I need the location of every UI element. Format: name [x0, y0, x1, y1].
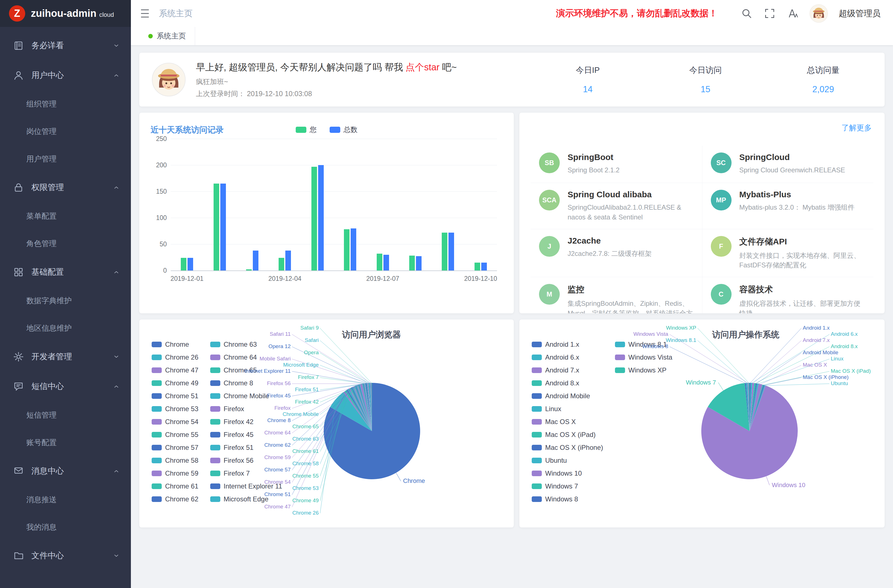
x-tick-label: 2019-12-01 — [162, 275, 212, 283]
sidebar-item[interactable]: 开发者管理 — [0, 342, 131, 371]
legend-item[interactable]: Chrome 55 — [152, 428, 198, 441]
chevron-icon — [113, 183, 120, 191]
legend-item[interactable]: 总数 — [329, 125, 358, 134]
sidebar-item[interactable]: 消息推送 — [0, 486, 131, 513]
legend-item[interactable]: Chrome 65 — [210, 364, 282, 377]
legend-item[interactable]: Windows 10 — [532, 467, 603, 480]
feature-item[interactable]: J J2cache J2cache2.7.8: 二级缓存框架 — [531, 229, 702, 277]
legend-item[interactable]: Chrome 8 — [210, 377, 282, 389]
legend-item[interactable]: Firefox 7 — [210, 467, 282, 480]
feature-item[interactable]: SC SpringCloud Spring Cloud Greenwich.RE… — [702, 146, 873, 183]
username[interactable]: 超级管理员 — [839, 8, 881, 20]
legend-item[interactable]: Chrome 58 — [152, 454, 198, 467]
sidebar-item[interactable]: 消息中心 — [0, 456, 131, 486]
legend-item[interactable]: Android 1.x — [532, 338, 603, 351]
app-logo[interactable]: Z zuihou-admincloud — [0, 0, 131, 27]
feature-item[interactable]: C 容器技术 虚拟化容器技术，让迁移、部署更加方便快捷 — [702, 277, 873, 313]
legend-item[interactable]: Chrome 26 — [152, 351, 198, 364]
svg-text:Safari 11: Safari 11 — [270, 331, 291, 337]
feature-desc: SpringCloudAlibaba2.1.0.RELEASE & nacos … — [568, 203, 694, 222]
feature-title: J2cache — [568, 236, 652, 245]
legend-item[interactable]: Android 8.x — [532, 377, 603, 389]
sidebar-item[interactable]: 数据字典维护 — [0, 287, 131, 314]
legend-item[interactable]: Android 7.x — [532, 364, 603, 377]
legend-item[interactable]: Mac OS X (iPhone) — [532, 441, 603, 454]
fullscreen-icon[interactable] — [764, 7, 776, 20]
menu-label: 开发者管理 — [32, 351, 113, 362]
legend-item[interactable]: Internet Explorer 11 — [210, 480, 282, 493]
legend-item[interactable]: Windows 8.1 — [615, 338, 672, 351]
legend-item[interactable]: Mac OS X — [532, 415, 603, 428]
tab-home[interactable]: 系统主页 — [139, 27, 195, 45]
legend-item[interactable]: Android Mobile — [532, 389, 603, 403]
legend-item[interactable]: Ubuntu — [532, 454, 603, 467]
star-link[interactable]: 点个star — [406, 62, 439, 72]
legend-item[interactable]: Chrome 51 — [152, 389, 198, 403]
breadcrumb-item[interactable]: 系统主页 — [159, 9, 192, 18]
legend-item[interactable]: Chrome 59 — [152, 467, 198, 480]
stat-label: 今日访问 — [687, 65, 724, 76]
legend-item[interactable]: Chrome 63 — [210, 338, 282, 351]
sidebar-item[interactable]: 菜单配置 — [0, 202, 131, 230]
sidebar-item[interactable]: 短信中心 — [0, 371, 131, 402]
font-size-icon[interactable] — [786, 7, 799, 20]
feature-title: SpringCloud — [740, 152, 845, 162]
sidebar-item[interactable]: 用户管理 — [0, 145, 131, 173]
feature-item[interactable]: M 监控 集成SpringBootAdmin、Zipkin、Redis、Mysq… — [531, 277, 702, 313]
sidebar-item[interactable]: 权限管理 — [0, 173, 131, 202]
legend-item[interactable]: Windows XP — [615, 364, 672, 377]
legend-item[interactable]: Firefox — [210, 403, 282, 415]
legend-item[interactable]: Firefox 45 — [210, 428, 282, 441]
legend-item[interactable]: Chrome 53 — [152, 403, 198, 415]
legend-item[interactable]: Chrome 61 — [152, 480, 198, 493]
feature-item[interactable]: MP Mybatis-Plus Mybatis-plus 3.2.0： Myba… — [702, 183, 873, 229]
greeting-suffix: 吧~ — [439, 62, 457, 72]
feature-item[interactable]: SCA Spring Cloud alibaba SpringCloudAlib… — [531, 183, 702, 229]
legend-item[interactable]: Chrome 49 — [152, 377, 198, 389]
y-tick-label: 50 — [149, 241, 167, 248]
sidebar-item[interactable]: 我的消息 — [0, 513, 131, 541]
legend-item[interactable]: Windows Vista — [615, 351, 672, 364]
collapse-sidebar-icon[interactable] — [139, 7, 151, 20]
svg-text:Chrome 61: Chrome 61 — [292, 448, 319, 454]
visits-bar-plot: 0501001502002502019-12-012019-12-042019-… — [149, 136, 504, 293]
legend-item[interactable]: Chrome 62 — [152, 493, 198, 505]
legend-item[interactable]: Microsoft Edge — [210, 493, 282, 505]
sidebar-item[interactable]: 地区信息维护 — [0, 314, 131, 342]
legend-item[interactable]: Windows 8 — [532, 493, 603, 505]
sidebar-item[interactable]: 用户中心 — [0, 60, 131, 90]
sidebar-item[interactable]: 账号配置 — [0, 429, 131, 456]
legend-item[interactable]: Firefox 42 — [210, 415, 282, 428]
legend-item[interactable]: Chrome 57 — [152, 441, 198, 454]
legend-item[interactable]: Firefox 51 — [210, 441, 282, 454]
legend-item[interactable]: Chrome 54 — [152, 415, 198, 428]
legend-item[interactable]: Chrome 47 — [152, 364, 198, 377]
welcome-avatar — [152, 63, 186, 97]
x-tick-label: 2019-12-07 — [358, 275, 408, 283]
sidebar-item[interactable]: 文件中心 — [0, 541, 131, 571]
feature-item[interactable]: F 文件存储API 封装文件接口，实现本地存储、阿里云、FastDFS存储的配置… — [702, 229, 873, 277]
search-icon[interactable] — [741, 7, 753, 20]
legend-item[interactable]: Windows 7 — [532, 480, 603, 493]
breadcrumb[interactable]: 系统主页 — [159, 8, 192, 20]
legend-item[interactable]: Chrome 64 — [210, 351, 282, 364]
learn-more-link[interactable]: 了解更多 — [842, 123, 872, 133]
legend-item[interactable]: Chrome Mobile — [210, 389, 282, 403]
bar — [285, 251, 291, 271]
sidebar-item[interactable]: 基础配置 — [0, 257, 131, 287]
user-avatar[interactable] — [809, 4, 828, 23]
sidebar-item[interactable]: 岗位管理 — [0, 118, 131, 145]
legend-item[interactable]: Chrome — [152, 338, 198, 351]
legend-item[interactable]: 您 — [296, 125, 317, 134]
sidebar-item[interactable]: 务必详看 — [0, 31, 131, 60]
legend-item[interactable]: Linux — [532, 403, 603, 415]
svg-text:Ubuntu: Ubuntu — [831, 380, 848, 386]
legend-item[interactable]: Firefox 56 — [210, 454, 282, 467]
legend-item[interactable]: Mac OS X (iPad) — [532, 428, 603, 441]
legend-item[interactable]: Android 6.x — [532, 351, 603, 364]
menu-label: 基础配置 — [32, 266, 113, 278]
sidebar-item[interactable]: 短信管理 — [0, 402, 131, 429]
sidebar-item[interactable]: 角色管理 — [0, 230, 131, 257]
feature-item[interactable]: SB SpringBoot Spring Boot 2.1.2 — [531, 146, 702, 183]
sidebar-item[interactable]: 组织管理 — [0, 90, 131, 118]
